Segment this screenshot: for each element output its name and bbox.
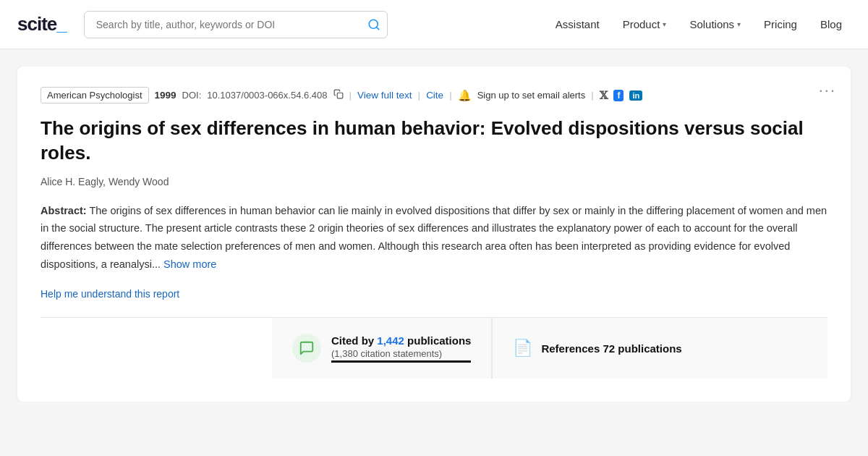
cited-by-info: Cited by 1,442 publications (1,380 citat… (331, 334, 471, 363)
view-full-text-link[interactable]: View full text (357, 90, 412, 101)
cited-by-suffix: publications (404, 334, 472, 347)
refs-label: References (541, 342, 603, 355)
cited-by-title: Cited by 1,442 publications (331, 334, 471, 347)
facebook-icon[interactable]: f (613, 90, 624, 101)
refs-text: References 72 publications (541, 342, 681, 355)
cite-link[interactable]: Cite (426, 90, 443, 101)
year: 1999 (155, 90, 176, 101)
twitter-icon[interactable]: 𝕏 (600, 89, 608, 102)
linkedin-icon[interactable]: in (629, 90, 642, 101)
nav-product-label: Product (623, 18, 660, 30)
chat-bubble-icon (292, 334, 321, 363)
abstract-text: The origins of sex differences in human … (41, 205, 827, 270)
journal-badge: American Psychologist (41, 87, 149, 104)
copy-icon[interactable] (333, 89, 344, 101)
pipe-3: | (449, 90, 452, 101)
svg-rect-2 (337, 93, 343, 98)
refs-icon: 📄 (513, 339, 532, 358)
nav-item-pricing[interactable]: Pricing (755, 12, 806, 36)
nav-solutions-label: Solutions (689, 18, 734, 30)
cited-by-stats[interactable]: Cited by 1,442 publications (1,380 citat… (272, 318, 492, 379)
refs-count: 72 (603, 342, 615, 355)
cited-by-section: Cited by 1,442 publications (1,380 citat… (272, 318, 493, 379)
pipe-2: | (418, 90, 421, 101)
paper-card: American Psychologist 1999 DOI: 10.1037/… (17, 67, 851, 402)
search-icon (367, 18, 380, 31)
product-chevron-icon: ▾ (663, 20, 666, 28)
meta-bar: American Psychologist 1999 DOI: 10.1037/… (41, 87, 827, 104)
search-button[interactable] (367, 18, 380, 31)
help-understand-link[interactable]: Help me understand this report (41, 288, 179, 300)
citation-statements: (1,380 citation statements) (331, 348, 471, 359)
authors: Alice H. Eagly, Wendy Wood (41, 176, 827, 187)
navbar: scite_ Assistant Product ▾ Solutions ▾ P… (0, 0, 868, 49)
cited-by-label: Cited by (331, 334, 377, 347)
doi-label: DOI: (182, 90, 202, 101)
nav-item-solutions[interactable]: Solutions ▾ (681, 12, 749, 36)
stats-left-spacer (41, 318, 272, 379)
pipe-1: | (349, 90, 352, 101)
logo[interactable]: scite_ (17, 13, 67, 35)
nav-item-assistant[interactable]: Assistant (547, 12, 608, 36)
doi-value: 10.1037/0003-066x.54.6.408 (207, 90, 327, 101)
search-input[interactable] (84, 11, 388, 38)
paper-title: The origins of sex differences in human … (41, 117, 827, 166)
more-options-button[interactable]: ··· (819, 81, 836, 100)
pipe-4: | (591, 90, 594, 101)
refs-suffix: publications (615, 342, 682, 355)
social-icons: 𝕏 f in (600, 89, 642, 102)
stats-bar: Cited by 1,442 publications (1,380 citat… (41, 317, 827, 379)
abstract-section: Abstract: The origins of sex differences… (41, 202, 827, 274)
cited-by-count: 1,442 (377, 334, 404, 347)
show-more-link[interactable]: Show more (163, 258, 216, 270)
content-area: American Psychologist 1999 DOI: 10.1037/… (0, 49, 868, 402)
nav-item-product[interactable]: Product ▾ (614, 12, 676, 36)
active-tab-underline (331, 360, 471, 363)
nav-item-blog[interactable]: Blog (812, 12, 851, 36)
solutions-chevron-icon: ▾ (737, 20, 741, 28)
references-section[interactable]: 📄 References 72 publications (493, 318, 827, 379)
email-alert-text: Sign up to set email alerts (477, 90, 586, 101)
abstract-label: Abstract: (41, 205, 87, 216)
nav-links: Assistant Product ▾ Solutions ▾ Pricing … (547, 12, 851, 36)
search-wrapper (84, 11, 388, 38)
bell-icon[interactable]: 🔔 (458, 89, 472, 102)
chat-icon (299, 340, 315, 356)
svg-line-1 (376, 27, 378, 29)
